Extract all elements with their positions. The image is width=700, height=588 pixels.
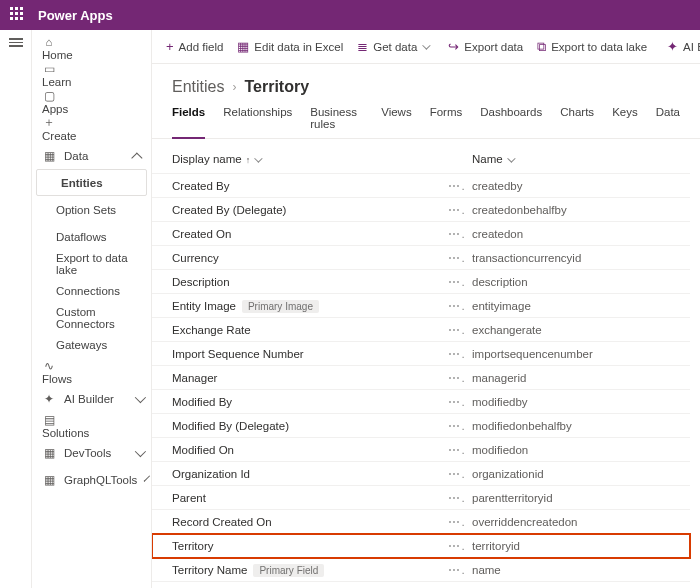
- gql-icon: ▦: [42, 473, 56, 487]
- row-menu-button[interactable]: ⋯: [442, 582, 466, 589]
- row-menu-button[interactable]: ⋯: [442, 510, 466, 534]
- breadcrumb-current: Territory: [244, 78, 309, 96]
- table-row[interactable]: Created On⋯createdon: [152, 222, 690, 246]
- row-menu-button[interactable]: ⋯: [442, 222, 466, 246]
- row-menu-button[interactable]: ⋯: [442, 270, 466, 294]
- table-row[interactable]: Currency⋯transactioncurrencyid: [152, 246, 690, 270]
- sidebar-item-dataflows[interactable]: Dataflows: [32, 223, 151, 250]
- row-menu-button[interactable]: ⋯: [442, 486, 466, 510]
- column-header-display[interactable]: Display name↑: [152, 139, 442, 174]
- display-name: Import Sequence Number: [172, 348, 304, 360]
- schema-name: territoryid: [466, 534, 690, 558]
- sidebar-item-gateways[interactable]: Gateways: [32, 331, 151, 358]
- tab-dashboards[interactable]: Dashboards: [480, 106, 542, 138]
- edit-excel-button[interactable]: ▦Edit data in Excel: [231, 30, 349, 63]
- display-name: Description: [172, 276, 230, 288]
- row-menu-button[interactable]: ⋯: [442, 558, 466, 582]
- row-menu-button[interactable]: ⋯: [442, 390, 466, 414]
- tab-fields[interactable]: Fields: [172, 106, 205, 139]
- tab-data[interactable]: Data: [656, 106, 680, 138]
- table-row[interactable]: Modified By⋯modifiedby: [152, 390, 690, 414]
- sidebar-item-label: Dataflows: [56, 231, 107, 243]
- sidebar-item-label: DevTools: [64, 447, 111, 459]
- sidebar-item-entities[interactable]: Entities: [36, 169, 147, 196]
- row-menu-button[interactable]: ⋯: [442, 414, 466, 438]
- chevron-down-icon: [423, 41, 431, 49]
- sidebar-item-data[interactable]: ▦Data: [32, 142, 151, 169]
- tab-business-rules[interactable]: Business rules: [310, 106, 363, 138]
- sidebar-item-label: AI Builder: [64, 393, 114, 405]
- schema-name: modifiedonbehalfby: [466, 414, 690, 438]
- row-menu-button[interactable]: ⋯: [442, 366, 466, 390]
- row-menu-button[interactable]: ⋯: [442, 174, 466, 198]
- sidebar-item-create[interactable]: ＋Create: [32, 115, 151, 142]
- sidebar-item-connections[interactable]: Connections: [32, 277, 151, 304]
- tab-relationships[interactable]: Relationships: [223, 106, 292, 138]
- table-row[interactable]: Description⋯description: [152, 270, 690, 294]
- table-row[interactable]: Parent⋯parentterritoryid: [152, 486, 690, 510]
- waffle-icon[interactable]: [10, 7, 26, 23]
- table-row[interactable]: Entity ImagePrimary Image⋯entityimage: [152, 294, 690, 318]
- sidebar-item-label: Solutions: [42, 427, 89, 439]
- column-header-name[interactable]: Name: [466, 139, 690, 174]
- chevron-down-icon: [507, 154, 515, 162]
- row-menu-button[interactable]: ⋯: [442, 246, 466, 270]
- schema-name: managerid: [466, 366, 690, 390]
- table-row[interactable]: Created By⋯createdby: [152, 174, 690, 198]
- row-menu-button[interactable]: ⋯: [442, 318, 466, 342]
- row-menu-button[interactable]: ⋯: [442, 534, 466, 558]
- row-menu-button[interactable]: ⋯: [442, 198, 466, 222]
- table-row[interactable]: Import Sequence Number⋯importsequencenum…: [152, 342, 690, 366]
- row-menu-button[interactable]: ⋯: [442, 462, 466, 486]
- sidebar-item-home[interactable]: ⌂Home: [32, 34, 151, 61]
- table-row[interactable]: Modified On⋯modifiedon: [152, 438, 690, 462]
- command-bar: +Add field ▦Edit data in Excel ≣Get data…: [152, 30, 700, 64]
- row-menu-button[interactable]: ⋯: [442, 342, 466, 366]
- row-menu-button[interactable]: ⋯: [442, 438, 466, 462]
- sidebar-item-export-to-data-lake[interactable]: Export to data lake: [32, 250, 151, 277]
- display-name: Record Created On: [172, 516, 272, 528]
- sidebar-item-option-sets[interactable]: Option Sets: [32, 196, 151, 223]
- table-row[interactable]: Organization Id⋯organizationid: [152, 462, 690, 486]
- sidebar-item-devtools[interactable]: ▦DevTools: [32, 439, 151, 466]
- sidebar-item-custom-connectors[interactable]: Custom Connectors: [32, 304, 151, 331]
- table-row[interactable]: Manager⋯managerid: [152, 366, 690, 390]
- top-bar: Power Apps: [0, 0, 700, 30]
- breadcrumb-parent[interactable]: Entities: [172, 78, 224, 96]
- tab-keys[interactable]: Keys: [612, 106, 638, 138]
- schema-name: timezoneruleversionnumber: [466, 582, 690, 589]
- table-row[interactable]: Territory⋯territoryid: [152, 534, 690, 558]
- sidebar-item-ai-builder[interactable]: ✦AI Builder: [32, 385, 151, 412]
- sidebar-item-flows[interactable]: ∿Flows: [32, 358, 151, 385]
- table-row[interactable]: Record Created On⋯overriddencreatedon: [152, 510, 690, 534]
- schema-name: name: [466, 558, 690, 582]
- table-row[interactable]: Exchange Rate⋯exchangerate: [152, 318, 690, 342]
- schema-name: overriddencreatedon: [466, 510, 690, 534]
- row-menu-button[interactable]: ⋯: [442, 294, 466, 318]
- sidebar-item-label: Learn: [42, 76, 71, 88]
- table-row[interactable]: Created By (Delegate)⋯createdonbehalfby: [152, 198, 690, 222]
- tab-charts[interactable]: Charts: [560, 106, 594, 138]
- hamburger-icon[interactable]: [9, 38, 23, 47]
- export-lake-button[interactable]: ⧉Export to data lake: [531, 30, 653, 63]
- table-row[interactable]: Modified By (Delegate)⋯modifiedonbehalfb…: [152, 414, 690, 438]
- table-row[interactable]: Territory NamePrimary Field⋯name: [152, 558, 690, 582]
- sidebar-item-label: Export to data lake: [56, 252, 128, 276]
- sidebar-item-graphqltools[interactable]: ▦GraphQLTools: [32, 466, 151, 493]
- ai-builder-button[interactable]: ✦AI Builder: [661, 30, 700, 63]
- chevron-icon: [135, 391, 146, 402]
- get-data-button[interactable]: ≣Get data: [351, 30, 434, 63]
- sidebar-item-apps[interactable]: ▢Apps: [32, 88, 151, 115]
- main-area: +Add field ▦Edit data in Excel ≣Get data…: [152, 30, 700, 588]
- sidebar-item-learn[interactable]: ▭Learn: [32, 61, 151, 88]
- sidebar-item-solutions[interactable]: ▤Solutions: [32, 412, 151, 439]
- table-row[interactable]: Time Zone Rule Version Number⋯timezoneru…: [152, 582, 690, 589]
- grid-area: Display name↑ Name Created By⋯createdbyC…: [152, 139, 700, 588]
- plus-icon: +: [166, 39, 174, 54]
- sort-asc-icon: ↑: [246, 155, 251, 165]
- export-data-button[interactable]: ↪Export data: [442, 30, 529, 63]
- tab-forms[interactable]: Forms: [430, 106, 463, 138]
- display-name: Modified By: [172, 396, 232, 408]
- add-field-button[interactable]: +Add field: [160, 30, 229, 63]
- tab-views[interactable]: Views: [381, 106, 411, 138]
